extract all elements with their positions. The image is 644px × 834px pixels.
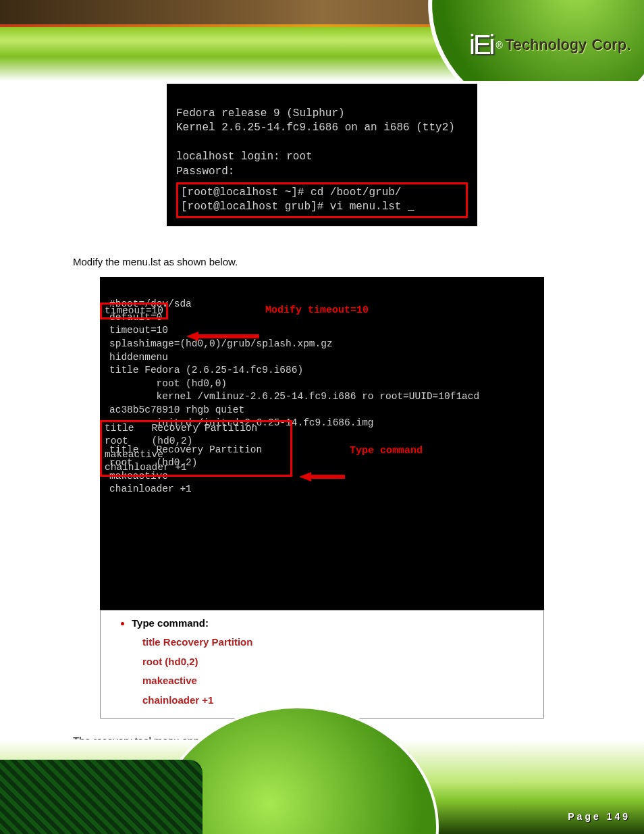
command-panel: Type command: title Recovery Partition r… <box>100 610 544 719</box>
step-modify-text: Modify the menu.lst as shown below. <box>73 256 610 267</box>
registered-mark: ® <box>495 40 502 51</box>
command-highlight: [root@localhost ~]# cd /boot/grub/ [root… <box>176 182 468 218</box>
term-cmd: [root@localhost ~]# cd /boot/grub/ <box>181 186 401 199</box>
modify-timeout-label: Modify timeout=10 <box>265 304 369 317</box>
term-line: kernel /vmlinuz-2.6.25-14.fc9.i686 ro ro… <box>109 391 479 402</box>
term-line: Fedora release 9 (Sulphur) <box>176 107 345 120</box>
cmd-line: chainloader +1 <box>142 691 531 710</box>
term-line: Kernel 2.6.25-14.fc9.i686 on an i686 (tt… <box>176 122 455 134</box>
term-line: root (hd0,0) <box>109 378 227 389</box>
logo-block: iEi ® Technology Corp. <box>469 30 632 60</box>
timeout-highlight: timeout=10 <box>100 303 168 320</box>
term-line: chainloader +1 <box>109 484 192 494</box>
header-banner: iEi ® Technology Corp. <box>0 0 644 81</box>
page-number: Page 149 <box>568 811 630 822</box>
logo-text: iEi <box>469 30 493 60</box>
recovery-highlight: title Recovery Partition root (hd0,2) ma… <box>100 420 292 477</box>
term-line: ac38b5c78910 rhgb quiet <box>109 405 244 415</box>
svg-marker-0 <box>186 332 259 341</box>
cmd-line: title Recovery Partition <box>142 633 531 652</box>
term-line: timeout=10 <box>109 325 168 336</box>
footer-pcb <box>0 760 203 834</box>
type-command-label: Type command <box>350 444 423 458</box>
rec-line: root (hd0,2) <box>105 436 193 446</box>
rec-line: chainloader +1 <box>105 462 187 473</box>
arrow-icon <box>299 444 346 509</box>
arrow-icon <box>186 304 261 369</box>
terminal-login: Fedora release 9 (Sulphur) Kernel 2.6.25… <box>167 84 477 226</box>
term-line: hiddenmenu <box>109 352 168 363</box>
term-line: localhost login: root <box>176 151 313 163</box>
panel-heading: Type command: <box>132 617 531 633</box>
cmd-line: root (hd0,2) <box>142 652 531 672</box>
rec-line: makeactive <box>105 449 163 460</box>
brand-tagline: Technology Corp. <box>506 36 632 54</box>
term-cmd: [root@localhost grub]# vi menu.lst _ <box>181 201 414 213</box>
terminal-menulst: #boot=/dev/sda default=0 timeout=10 spla… <box>100 277 544 610</box>
svg-marker-1 <box>299 472 345 481</box>
page-content: Fedora release 9 (Sulphur) Kernel 2.6.25… <box>0 81 644 739</box>
timeout-highlight-text: timeout=10 <box>105 305 163 316</box>
cmd-line: makeactive <box>142 671 531 691</box>
rec-line: title Recovery Partition <box>105 423 257 434</box>
term-line: Password: <box>176 165 234 178</box>
footer-banner: Page 149 <box>0 739 644 834</box>
